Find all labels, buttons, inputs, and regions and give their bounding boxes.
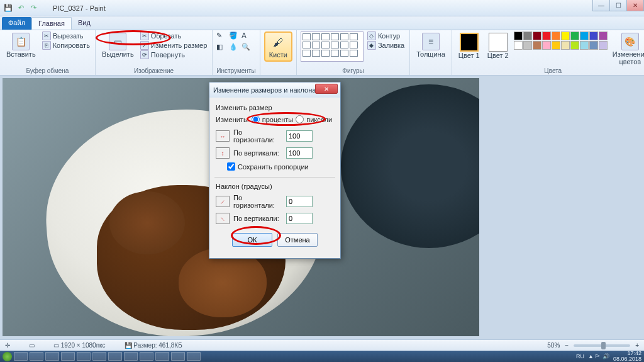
zoom-out-button[interactable]: −	[565, 342, 569, 349]
resize-button[interactable]: ⤢Изменить размер	[139, 41, 209, 50]
tray-lang[interactable]: RU	[576, 353, 584, 359]
fill-icon[interactable]: 🪣	[229, 31, 239, 40]
group-brushes: 🖌 Кисти	[260, 30, 297, 75]
skew-h-input[interactable]	[286, 196, 313, 207]
ribbon: 📋 Вставить ✂Вырезать ⎘Копировать Буфер о…	[0, 30, 644, 76]
taskbar-item[interactable]	[124, 352, 138, 361]
palette-swatch[interactable]	[533, 41, 541, 50]
palette-swatch[interactable]	[514, 41, 523, 50]
copy-button[interactable]: ⎘Копировать	[41, 41, 91, 50]
color1-swatch	[460, 33, 479, 52]
thickness-button[interactable]: ≡ Толщина	[414, 31, 448, 60]
group-shapes: ◇Контур ◆Заливка Фигуры	[297, 30, 410, 75]
taskbar-item[interactable]	[108, 352, 122, 361]
zoom-in-button[interactable]: +	[635, 342, 639, 349]
brush-icon: 🖌	[270, 35, 286, 51]
pencil-icon[interactable]: ✎	[216, 31, 226, 40]
keep-aspect-checkbox[interactable]	[227, 162, 235, 171]
palette-swatch[interactable]	[542, 41, 551, 50]
color1-button[interactable]: Цвет 1	[456, 31, 482, 61]
color2-button[interactable]: Цвет 2	[485, 31, 511, 61]
palette-swatch[interactable]	[533, 31, 541, 40]
shape-fill-button[interactable]: ◆Заливка	[366, 41, 406, 50]
taskbar-item[interactable]	[61, 352, 75, 361]
group-colors: Цвет 1 Цвет 2 🎨 Изменение цветов Цвета	[452, 30, 644, 75]
tab-file[interactable]: Файл	[2, 17, 31, 30]
pixels-radio[interactable]	[296, 115, 304, 123]
crop-button[interactable]: ✂Обрезать	[139, 31, 209, 40]
outline-icon: ◇	[367, 31, 376, 40]
zoom-icon[interactable]: 🔍	[242, 43, 252, 52]
save-icon[interactable]: 💾	[3, 3, 14, 14]
rotate-button[interactable]: ⟳Повернуть	[139, 50, 209, 59]
taskbar-item[interactable]	[171, 352, 185, 361]
picker-icon[interactable]: 💧	[229, 43, 239, 52]
title-bar: 💾 ↶ ↷ PIC_0327 - Paint — ☐ ✕	[0, 0, 644, 16]
palette-swatch[interactable]	[580, 41, 589, 50]
cancel-button[interactable]: Отмена	[277, 233, 318, 247]
palette-swatch[interactable]	[599, 41, 608, 50]
status-filesize: Размер: 461,8КБ	[133, 342, 182, 349]
undo-icon[interactable]: ↶	[15, 3, 26, 14]
close-button[interactable]: ✕	[626, 0, 644, 11]
palette-swatch[interactable]	[589, 31, 598, 40]
palette-swatch[interactable]	[589, 41, 598, 50]
tray-icons[interactable]: ▲ 🏳 🔊	[588, 353, 609, 359]
palette-swatch[interactable]	[570, 31, 579, 40]
text-icon[interactable]: A	[242, 31, 252, 40]
taskbar-item[interactable]	[45, 352, 59, 361]
dialog-close-button[interactable]: ✕	[315, 84, 338, 94]
zoom-slider[interactable]	[574, 344, 630, 347]
color2-swatch	[489, 33, 508, 52]
skew-group-label: Наклон (градусы)	[216, 183, 334, 190]
minimize-button[interactable]: —	[592, 0, 610, 11]
tab-home[interactable]: Главная	[31, 17, 72, 30]
palette-swatch[interactable]	[552, 31, 560, 40]
taskbar-item[interactable]	[92, 352, 106, 361]
cut-icon: ✂	[42, 31, 51, 40]
palette-swatch[interactable]	[599, 31, 608, 40]
window-controls: — ☐ ✕	[593, 0, 644, 11]
cut-button[interactable]: ✂Вырезать	[41, 31, 91, 40]
select-button[interactable]: ▭ Выделить	[99, 31, 136, 60]
percent-radio[interactable]	[252, 115, 260, 123]
group-image: ▭ Выделить ✂Обрезать ⤢Изменить размер ⟳П…	[96, 30, 213, 75]
taskbar-item[interactable]	[140, 352, 153, 361]
tab-view[interactable]: Вид	[72, 17, 97, 30]
paste-button[interactable]: 📋 Вставить	[4, 31, 38, 60]
edit-colors-button[interactable]: 🎨 Изменение цветов	[610, 31, 644, 67]
color-palette[interactable]	[514, 31, 608, 50]
shape-fill-icon: ◆	[367, 41, 376, 50]
taskbar-item[interactable]	[155, 352, 169, 361]
palette-swatch[interactable]	[561, 41, 570, 50]
palette-swatch[interactable]	[523, 31, 532, 40]
taskbar-item[interactable]	[187, 352, 201, 361]
crop-icon: ✂	[140, 31, 149, 40]
shapes-gallery[interactable]	[301, 31, 364, 62]
ok-button[interactable]: ОК	[232, 233, 272, 247]
palette-swatch[interactable]	[552, 41, 560, 50]
group-clipboard: 📋 Вставить ✂Вырезать ⎘Копировать Буфер о…	[0, 30, 96, 75]
dialog-title-bar[interactable]: Изменение размеров и наклона ✕	[209, 82, 340, 98]
taskbar-item[interactable]	[30, 352, 43, 361]
start-button[interactable]	[3, 352, 12, 361]
brushes-button[interactable]: 🖌 Кисти	[264, 31, 292, 62]
palette-swatch[interactable]	[542, 31, 551, 40]
maximize-button[interactable]: ☐	[609, 0, 627, 11]
taskbar-item[interactable]	[14, 352, 28, 361]
palette-swatch[interactable]	[570, 41, 579, 50]
cursor-pos-icon: ✛	[5, 342, 10, 349]
palette-swatch[interactable]	[514, 31, 523, 40]
redo-icon[interactable]: ↷	[28, 3, 39, 14]
eraser-icon[interactable]: ◧	[216, 43, 226, 52]
vertical-input[interactable]	[286, 147, 313, 159]
outline-button[interactable]: ◇Контур	[366, 31, 406, 40]
palette-swatch[interactable]	[580, 31, 589, 40]
palette-swatch[interactable]	[523, 41, 532, 50]
horizontal-input[interactable]	[286, 130, 313, 142]
taskbar-item[interactable]	[77, 352, 91, 361]
skew-v-input[interactable]	[286, 213, 313, 224]
system-tray: RU ▲ 🏳 🔊 17:42 08.06.2018	[576, 351, 641, 362]
palette-swatch[interactable]	[561, 31, 570, 40]
status-dimensions: 1920 × 1080пкс	[61, 342, 106, 349]
